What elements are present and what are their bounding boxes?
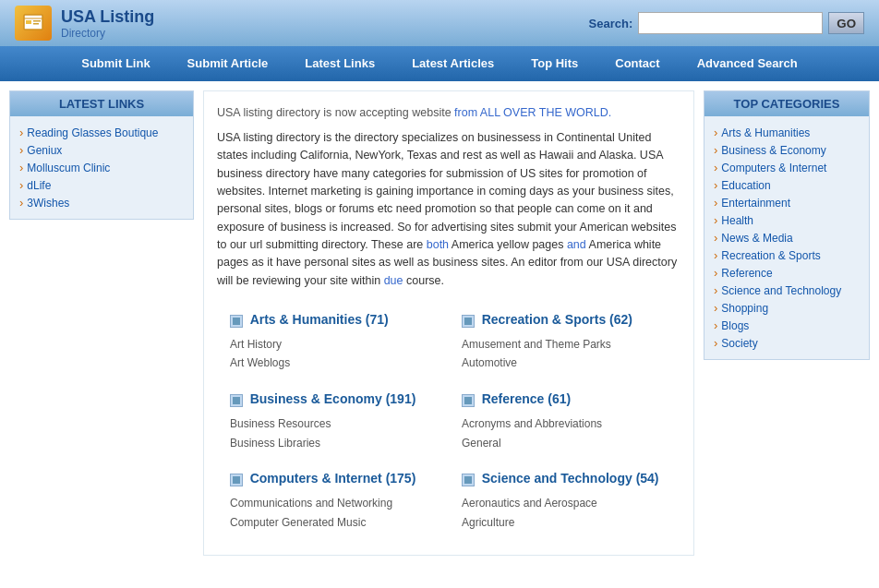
category-link[interactable]: Art History (230, 338, 282, 351)
search-go-button[interactable]: GO (828, 12, 864, 34)
search-area: Search: GO (589, 12, 864, 34)
latest-link[interactable]: dLife (27, 179, 51, 192)
top-categories-title: TOP CATEGORIES (704, 91, 869, 116)
main-content: LATEST LINKS Reading Glasses Boutique Ge… (0, 81, 879, 565)
category-link[interactable]: Communications and Networking (230, 497, 392, 510)
top-category-link[interactable]: Entertainment (721, 197, 790, 210)
nav-latest-links[interactable]: Latest Links (286, 46, 393, 81)
category-title-reference[interactable]: Reference (61) (482, 391, 572, 406)
latest-link[interactable]: Reading Glasses Boutique (27, 126, 158, 139)
logo-title: USA Listing (61, 7, 154, 27)
latest-link[interactable]: Geniux (27, 144, 62, 157)
list-item: Shopping (714, 299, 860, 317)
category-business: Business & Economy (191) Business Resour… (217, 382, 449, 462)
svg-rect-3 (33, 20, 41, 22)
search-label: Search: (589, 17, 633, 30)
list-item: News & Media (714, 229, 860, 246)
top-category-link[interactable]: Shopping (721, 302, 768, 315)
list-item: Health (714, 211, 860, 229)
latest-link[interactable]: Molluscum Clinic (27, 162, 110, 174)
top-category-link[interactable]: Computers & Internet (721, 162, 826, 174)
latest-links-list: Reading Glasses Boutique Geniux Molluscu… (10, 116, 193, 219)
list-item: Blogs (714, 317, 860, 334)
category-icon (462, 394, 475, 407)
list-item: Business & Economy (714, 141, 860, 159)
category-link[interactable]: Business Libraries (230, 437, 320, 450)
category-title-science[interactable]: Science and Technology (54) (482, 471, 659, 486)
category-title-arts[interactable]: Arts & Humanities (71) (250, 312, 389, 327)
top-categories-list: Arts & Humanities Business & Economy Com… (704, 116, 869, 359)
list-item: Computers & Internet (714, 159, 860, 176)
latest-link[interactable]: 3Wishes (27, 197, 69, 210)
search-input[interactable] (638, 12, 823, 34)
list-item: Reference (714, 264, 860, 282)
category-title-recreation[interactable]: Recreation & Sports (62) (482, 312, 632, 327)
nav-top-hits[interactable]: Top Hits (512, 46, 596, 81)
category-links-recreation: Amusement and Theme Parks Automotive (462, 335, 668, 374)
svg-rect-4 (33, 23, 39, 25)
category-title-business[interactable]: Business & Economy (191) (250, 391, 416, 406)
top-category-link[interactable]: Health (721, 214, 753, 227)
list-item: Molluscum Clinic (19, 159, 184, 176)
left-sidebar: LATEST LINKS Reading Glasses Boutique Ge… (9, 90, 194, 556)
nav-advanced-search[interactable]: Advanced Search (679, 46, 816, 81)
category-icon (230, 474, 243, 486)
category-arts: Arts & Humanities (71) Art History Art W… (217, 303, 449, 382)
header: USA Listing Directory Search: GO (0, 0, 879, 46)
nav-submit-link[interactable]: Submit Link (63, 46, 168, 81)
top-category-link[interactable]: Arts & Humanities (721, 126, 810, 139)
top-category-link[interactable]: Business & Economy (721, 144, 825, 157)
category-computers: Computers & Internet (175) Communication… (217, 462, 449, 541)
list-item: 3Wishes (19, 194, 184, 211)
category-links-business: Business Resources Business Libraries (230, 414, 436, 453)
logo-subtitle: Directory (61, 27, 154, 40)
list-item: Society (714, 334, 860, 352)
category-icon (462, 474, 475, 486)
category-reference: Reference (61) Acronyms and Abbreviation… (449, 382, 680, 462)
category-link[interactable]: Business Resources (230, 417, 331, 430)
category-links-computers: Communications and Networking Computer G… (230, 494, 436, 533)
top-category-link[interactable]: News & Media (721, 232, 792, 245)
category-links-arts: Art History Art Weblogs (230, 335, 436, 374)
logo-text-area: USA Listing Directory (61, 7, 154, 40)
svg-rect-2 (26, 20, 31, 24)
latest-links-box: LATEST LINKS Reading Glasses Boutique Ge… (9, 90, 194, 220)
center-content: USA listing directory is now accepting w… (203, 90, 694, 556)
top-category-link[interactable]: Society (721, 337, 757, 350)
list-item: Arts & Humanities (714, 124, 860, 141)
list-item: Education (714, 176, 860, 194)
latest-links-title: LATEST LINKS (10, 91, 193, 116)
list-item: dLife (19, 176, 184, 194)
list-item: Recreation & Sports (714, 246, 860, 264)
list-item: Geniux (19, 141, 184, 159)
category-link[interactable]: Automotive (462, 356, 517, 369)
category-title-computers[interactable]: Computers & Internet (175) (250, 471, 416, 486)
category-icon (230, 315, 243, 328)
nav-contact[interactable]: Contact (596, 46, 678, 81)
logo-area: USA Listing Directory (15, 6, 154, 41)
category-icon (230, 394, 243, 407)
logo-icon (15, 6, 52, 41)
top-category-link[interactable]: Science and Technology (721, 284, 841, 297)
category-link[interactable]: Acronyms and Abbreviations (462, 417, 602, 430)
main-nav: Submit Link Submit Article Latest Links … (0, 46, 879, 81)
category-link[interactable]: Agriculture (462, 516, 514, 529)
category-links-science: Aeronautics and Aerospace Agriculture (462, 494, 668, 533)
top-category-link[interactable]: Reference (721, 267, 772, 280)
intro-text: USA listing directory is now accepting w… (217, 104, 680, 290)
category-link[interactable]: Aeronautics and Aerospace (462, 497, 597, 510)
category-link[interactable]: General (462, 437, 501, 450)
top-category-link[interactable]: Recreation & Sports (721, 249, 820, 262)
category-link[interactable]: Art Weblogs (230, 356, 290, 369)
top-category-link[interactable]: Blogs (721, 319, 749, 332)
category-link[interactable]: Amusement and Theme Parks (462, 338, 611, 351)
top-categories-box: TOP CATEGORIES Arts & Humanities Busines… (704, 90, 870, 360)
category-link[interactable]: Computer Generated Music (230, 516, 366, 529)
nav-latest-articles[interactable]: Latest Articles (393, 46, 512, 81)
list-item: Science and Technology (714, 282, 860, 299)
categories-grid: Arts & Humanities (71) Art History Art W… (217, 303, 680, 541)
top-category-link[interactable]: Education (721, 179, 770, 192)
right-sidebar: TOP CATEGORIES Arts & Humanities Busines… (704, 90, 870, 556)
list-item: Entertainment (714, 194, 860, 211)
nav-submit-article[interactable]: Submit Article (169, 46, 287, 81)
